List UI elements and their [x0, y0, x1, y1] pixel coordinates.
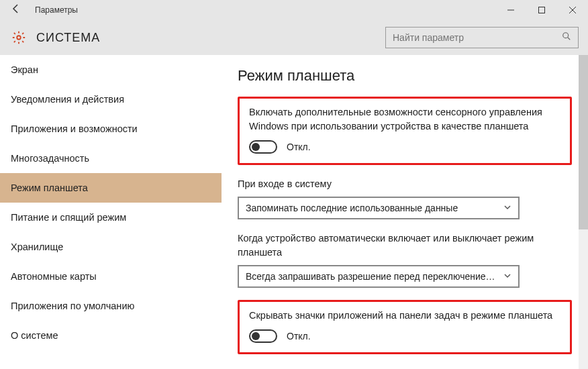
search-box[interactable]	[385, 27, 579, 48]
toggle1-label: Включать дополнительные возможности сенс…	[249, 105, 560, 134]
chevron-down-icon	[503, 271, 511, 282]
autoswitch-dropdown-value: Всегда запрашивать разрешение перед пере…	[246, 271, 498, 282]
svg-rect-1	[539, 7, 545, 13]
sidebar-item-tablet-mode[interactable]: Режим планшета	[0, 173, 222, 203]
toggle1-switch[interactable]	[249, 140, 277, 154]
sidebar-item-offline-maps[interactable]: Автономные карты	[0, 262, 222, 291]
svg-point-4	[17, 36, 21, 40]
toggle1-state: Откл.	[287, 142, 311, 152]
maximize-button[interactable]	[526, 0, 557, 20]
autoswitch-label: Когда устройство автоматически включает …	[238, 231, 572, 260]
scrollbar-thumb[interactable]	[579, 55, 588, 229]
toggle2-state: Откл.	[287, 331, 311, 341]
toggle2-label: Скрывать значки приложений на панели зад…	[249, 309, 560, 323]
content-area: Режим планшета Включать дополнительные в…	[222, 55, 588, 369]
search-icon[interactable]	[555, 32, 578, 44]
highlighted-setting-2: Скрывать значки приложений на панели зад…	[238, 300, 572, 354]
titlebar: Параметры	[0, 0, 588, 20]
signin-group: При входе в систему Запоминать последние…	[238, 177, 572, 219]
svg-point-5	[563, 33, 569, 38]
signin-dropdown[interactable]: Запоминать последние использованные данн…	[238, 197, 520, 219]
highlighted-setting-1: Включать дополнительные возможности сенс…	[238, 97, 572, 165]
minimize-button[interactable]	[495, 0, 526, 20]
back-button[interactable]	[0, 3, 32, 17]
signin-dropdown-value: Запоминать последние использованные данн…	[246, 203, 498, 213]
sidebar-item-storage[interactable]: Хранилище	[0, 232, 222, 262]
sidebar-item-multitasking[interactable]: Многозадачность	[0, 144, 222, 173]
sidebar-item-power[interactable]: Питание и спящий режим	[0, 203, 222, 232]
autoswitch-dropdown[interactable]: Всегда запрашивать разрешение перед пере…	[238, 265, 520, 288]
toggle2-switch[interactable]	[249, 329, 277, 343]
window-controls	[495, 0, 588, 20]
signin-label: При входе в систему	[238, 177, 572, 191]
sidebar-item-default-apps[interactable]: Приложения по умолчанию	[0, 291, 222, 321]
close-button[interactable]	[557, 0, 588, 20]
sidebar: Экран Уведомления и действия Приложения …	[0, 55, 222, 369]
search-input[interactable]	[386, 32, 555, 43]
page-title: Режим планшета	[238, 67, 572, 85]
sidebar-item-notifications[interactable]: Уведомления и действия	[0, 85, 222, 114]
chevron-down-icon	[503, 203, 511, 213]
sidebar-item-screen[interactable]: Экран	[0, 55, 222, 85]
sidebar-item-about[interactable]: О системе	[0, 321, 222, 350]
window-title: Параметры	[32, 5, 495, 15]
autoswitch-group: Когда устройство автоматически включает …	[238, 231, 572, 288]
gear-icon	[9, 28, 28, 47]
sidebar-item-apps[interactable]: Приложения и возможности	[0, 114, 222, 144]
header: СИСТЕМА	[0, 20, 588, 55]
section-title: СИСТЕМА	[36, 31, 100, 45]
svg-line-6	[568, 38, 571, 40]
scrollbar[interactable]	[579, 55, 588, 369]
